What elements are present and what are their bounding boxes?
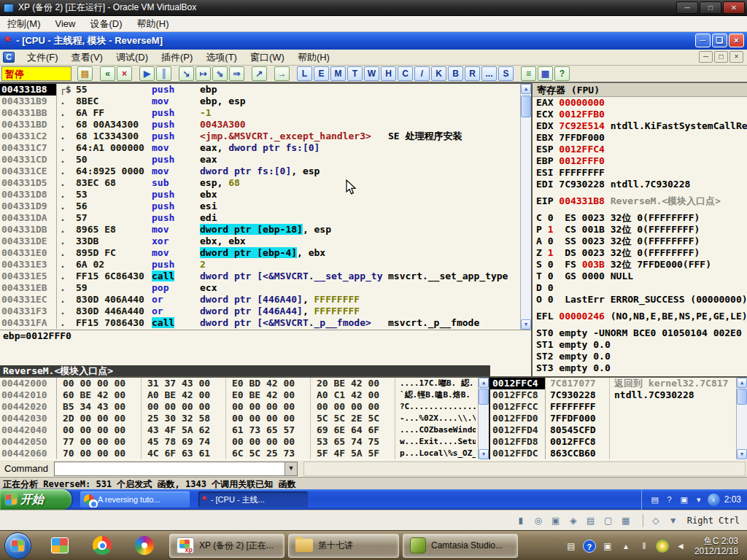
- register-line[interactable]: T 0 GS 0000 NULL: [533, 271, 747, 282]
- keyboard-icon[interactable]: ▤: [565, 540, 578, 553]
- toolbar-letter-W[interactable]: W: [364, 66, 379, 81]
- start-button[interactable]: 开始: [0, 489, 71, 510]
- pause-icon[interactable]: ║: [156, 66, 171, 81]
- animate-over-icon[interactable]: ⇒: [229, 66, 244, 81]
- display-icon[interactable]: ▢: [602, 515, 615, 526]
- register-line[interactable]: ST1 empty 0.0: [533, 339, 747, 351]
- register-line[interactable]: S 0 FS 003B 32位 7FFDE000(FFF): [533, 259, 747, 271]
- vbox-menu-item[interactable]: 设备(D): [82, 16, 129, 32]
- register-line[interactable]: A 0 SS 0023 32位 0(FFFFFFFF): [533, 236, 747, 247]
- hdd-icon[interactable]: ▮: [514, 515, 527, 526]
- disasm-row[interactable]: 004331EC.830D 406A440ordword ptr [446A40…: [0, 294, 531, 306]
- xp-clock[interactable]: 2:03: [724, 494, 741, 505]
- disasm-row[interactable]: 004331D8.53pushebx: [0, 189, 531, 201]
- dump-row[interactable]: 0044206070 00 00 004C 6F 63 616C 5C 25 7…: [0, 448, 489, 459]
- registers-pane[interactable]: 寄存器 (FPU) EAX 00000000ECX 0012FFB0EDX 7C…: [531, 83, 747, 376]
- dump-scrollbar[interactable]: ▲ ▼: [478, 378, 489, 459]
- register-line[interactable]: EDI 7C930228 ntdll.7C930228: [533, 179, 747, 190]
- disasm-row[interactable]: 004331CD.50pusheax: [0, 154, 531, 166]
- taskbar-task-ollydbg[interactable]: * - [CPU - 主线...: [198, 491, 308, 508]
- register-line[interactable]: ESP 0012FFC4: [533, 144, 747, 155]
- window-icon[interactable]: ▣: [678, 494, 690, 505]
- command-input[interactable]: ▼: [54, 462, 298, 476]
- disasm-row[interactable]: 004331DA.57pushedi: [0, 212, 531, 224]
- olly-close-button[interactable]: ×: [729, 34, 744, 47]
- dump-pane[interactable]: 0044200000 00 00 0031 37 43 00E0 BD 42 0…: [0, 376, 489, 459]
- olly-menu-item[interactable]: 选项(T): [199, 50, 244, 66]
- info-pane[interactable]: ebp=0012FFF0 ReverseM.<模块入口点>: [0, 330, 531, 376]
- volume-icon[interactable]: ◄: [674, 540, 687, 553]
- disasm-row[interactable]: 004331D5.83EC 68subesp, 68: [0, 177, 531, 189]
- register-line[interactable]: ST2 empty 0.0: [533, 351, 747, 362]
- stack-row[interactable]: 0012FFC47C817077返回到 kernel32.7C817: [490, 378, 747, 389]
- olly-menu-item[interactable]: 插件(P): [155, 50, 199, 66]
- help-icon[interactable]: ?: [583, 540, 596, 553]
- stack-row[interactable]: 0012FFC87C930228ntdll.7C930228: [490, 389, 747, 401]
- execute-till-return-icon[interactable]: ↗: [252, 66, 267, 81]
- register-line[interactable]: EIP 004331B8 ReverseM.<模块入口点>: [533, 195, 747, 207]
- dump-row[interactable]: 0044200000 00 00 0031 37 43 00E0 BD 42 0…: [0, 378, 489, 389]
- safety-icon[interactable]: +: [656, 540, 669, 553]
- maximize-button[interactable]: □: [700, 1, 721, 14]
- help-icon[interactable]: ?: [554, 66, 570, 81]
- color-wheel-icon[interactable]: [133, 534, 155, 556]
- scroll-thumb[interactable]: [479, 389, 489, 405]
- close-button[interactable]: ✕: [723, 1, 745, 14]
- appearance-icon[interactable]: ▦: [538, 66, 553, 81]
- vbox-menu-item[interactable]: View: [48, 17, 83, 31]
- register-line[interactable]: EAX 00000000: [533, 97, 747, 109]
- scroll-up-button[interactable]: ▲: [737, 378, 747, 388]
- dump-row[interactable]: 0044201060 BE 42 00A0 BE 42 00E0 BE 42 0…: [0, 389, 489, 401]
- disasm-row[interactable]: 004331DE.33DBxorebx, ebx: [0, 236, 531, 247]
- stack-row[interactable]: 0012FFCCFFFFFFFF: [490, 401, 747, 413]
- toolbar-letter-S[interactable]: S: [498, 66, 514, 81]
- disassembly-pane[interactable]: 004331B8┌$55pushebp004331B9.8BECmovebp, …: [0, 83, 531, 330]
- disasm-row[interactable]: 004331E0.895D FCmovdword ptr [ebp-4], eb…: [0, 247, 531, 259]
- keyboard-capture-icon[interactable]: ▼: [667, 515, 680, 526]
- help-icon[interactable]: ?: [664, 494, 676, 505]
- disasm-row[interactable]: 004331DB.8965 E8movdword ptr [ebp-18], e…: [0, 224, 531, 236]
- disasm-row[interactable]: 004331B8┌$55pushebp: [0, 84, 531, 96]
- register-line[interactable]: EFL 00000246 (NO,NB,E,BE,NS,PE,GE,LE): [533, 311, 747, 322]
- cd-icon[interactable]: ◎: [532, 515, 545, 526]
- host-clock[interactable]: 鱼C 2:03 2012/12/18: [694, 536, 738, 556]
- register-line[interactable]: EDX 7C92E514 ntdll.KiFastSystemCallRet: [533, 120, 747, 132]
- mdi-minimize-button[interactable]: ─: [699, 51, 713, 63]
- language-bar-icon[interactable]: ‹: [708, 494, 720, 506]
- animate-into-icon[interactable]: ⇘: [212, 66, 228, 81]
- disasm-row[interactable]: 004331C2.68 1C334300push<jmp.&MSVCRT._ex…: [0, 131, 531, 142]
- host-task-camtasia[interactable]: Camtasia Studio...: [403, 534, 518, 558]
- open-icon[interactable]: ▤: [77, 66, 93, 81]
- olly-menu-item[interactable]: 文件(F): [20, 50, 65, 66]
- disasm-row[interactable]: 004331EB.59popecx: [0, 282, 531, 294]
- toolbar-letter-K[interactable]: K: [431, 66, 446, 81]
- register-line[interactable]: O 0 LastErr ERROR_SUCCESS (00000000): [533, 294, 747, 306]
- dump-row[interactable]: 0044205077 00 00 0045 78 69 7400 00 00 0…: [0, 436, 489, 448]
- dropdown-button[interactable]: ▼: [285, 462, 297, 475]
- mdi-close-button[interactable]: ×: [729, 51, 743, 63]
- olly-menu-item[interactable]: 窗口(W): [244, 50, 291, 66]
- stack-row[interactable]: 0012FFD80012FFC8: [490, 436, 747, 448]
- scroll-down-button[interactable]: ▼: [737, 449, 747, 459]
- disasm-row[interactable]: 004331BD.68 00A34300push0043A300: [0, 119, 531, 131]
- dump-row[interactable]: 00442020B5 34 43 0000 00 00 0000 00 00 0…: [0, 401, 489, 413]
- stack-row[interactable]: 0012FFDC863CCB60: [490, 448, 747, 459]
- register-line[interactable]: ST3 empty 0.0: [533, 362, 747, 374]
- chevron-down-icon[interactable]: ▾: [693, 494, 705, 505]
- toolbar-letter-M[interactable]: M: [330, 66, 346, 81]
- toolbar-letter-H[interactable]: H: [381, 66, 396, 81]
- register-line[interactable]: C 0 ES 0023 32位 0(FFFFFFFF): [533, 212, 747, 224]
- window-icon[interactable]: ▣: [601, 540, 614, 553]
- toolbar-letter-/[interactable]: /: [414, 66, 430, 81]
- disasm-row[interactable]: 004331CE.64:8925 0000movdword ptr fs:[0]…: [0, 166, 531, 177]
- toolbar-letter-L[interactable]: L: [297, 66, 312, 81]
- toolbar-letter-T[interactable]: T: [347, 66, 363, 81]
- disasm-row[interactable]: 004331B9.8BECmovebp, esp: [0, 96, 531, 107]
- start-orb[interactable]: [4, 532, 31, 559]
- scroll-thumb[interactable]: [737, 389, 747, 405]
- step-over-icon[interactable]: ↦: [196, 66, 211, 81]
- toolbar-letter-E[interactable]: E: [314, 66, 329, 81]
- toolbar-letter-C[interactable]: C: [398, 66, 413, 81]
- minimize-button[interactable]: ─: [676, 1, 698, 14]
- register-line[interactable]: ESI FFFFFFFF: [533, 167, 747, 179]
